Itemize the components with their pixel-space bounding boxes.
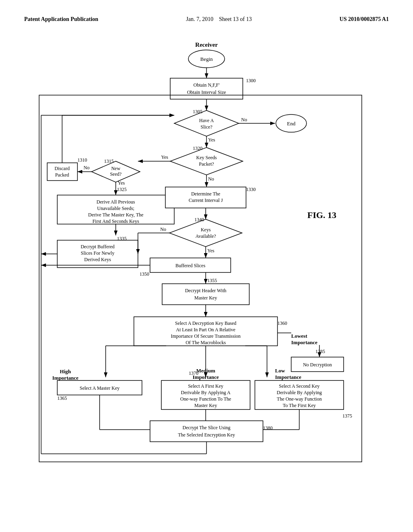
header-patent-number: US 2010/0002875 A1 [340, 16, 389, 23]
diagram-title: Receiver [195, 42, 218, 48]
header-sheet: Sheet 13 of 13 [219, 16, 252, 22]
node-1355-text1: Decrypt Header With [185, 288, 227, 293]
node-1370-text2: Derivable By Applying A [181, 390, 231, 395]
node-1315-text1: New [111, 166, 121, 171]
label-no-1340: No [160, 227, 166, 232]
fig-label: FIG. 13 [307, 210, 336, 220]
node-1325-text4: First And Seconds Keys [92, 218, 139, 224]
node-1320-text2: Packet? [199, 161, 214, 167]
node-1320-text1: Key Seeds [196, 155, 217, 160]
node-1340 [169, 219, 242, 247]
node-1385-text: No Decryption [303, 362, 332, 368]
node-1375-text1: Select A Second Key [279, 383, 320, 389]
ref-1330: 1330 [246, 187, 256, 192]
ref-1300: 1300 [246, 78, 256, 83]
node-1375-text2: Derivable By Applying [277, 390, 322, 395]
node-1340-text2: Available? [195, 233, 216, 239]
node-1370-text1: Select A First Key [188, 383, 223, 389]
node-1360-text4: Of The Macroblocks [186, 340, 226, 345]
node-1325-text3: Derive The Master Key, The [88, 212, 143, 218]
node-1300-text2: Obtain Interval Size [187, 89, 226, 95]
label-no-1315: No [83, 165, 90, 170]
node-1315-text2: Seed? [110, 171, 122, 177]
label-no-1320: No [208, 176, 214, 182]
lowest-importance-label: Lowest [291, 333, 307, 339]
ref-1375: 1375 [342, 413, 352, 419]
header-publication: Patent Application Publication [24, 16, 98, 23]
node-1300 [170, 78, 243, 99]
node-1360-text2: At Least In Part On A Relative [176, 327, 235, 332]
medium-importance-label: Medium [196, 368, 215, 374]
header-date: Jan. 7, 2010 [186, 16, 213, 22]
node-1325-text1: Derive All Previous [96, 199, 135, 205]
ref-1370: 1370 [189, 370, 198, 376]
node-1305 [174, 110, 239, 136]
page-header: Patent Application Publication Jan. 7, 2… [24, 16, 389, 23]
ref-1360: 1360 [277, 320, 287, 326]
node-1300-text1: Obtain N,F,F' [194, 82, 220, 88]
low-importance-label: Low [275, 368, 285, 374]
ref-1315: 1315 [104, 158, 114, 164]
label-yes-1340: Yes [207, 248, 215, 254]
node-1335-text3: Derived Keys [84, 257, 111, 262]
node-1375-text4: To The First Key [283, 403, 316, 408]
node-1360-text1: Select A Decryption Key Based [175, 320, 236, 326]
node-1355 [162, 284, 249, 305]
ref-1365: 1365 [57, 395, 67, 401]
header-date-sheet: Jan. 7, 2010 Sheet 13 of 13 [186, 16, 252, 23]
node-1375-text3: The One-way Function [277, 396, 321, 402]
node-1370-text3: One-way Function To The [180, 396, 231, 402]
begin-label: Begin [200, 56, 213, 62]
node-1360-text3: Importance Of Secure Transmission [171, 333, 241, 339]
node-1335-text1: Decrypt Buffered [81, 244, 115, 249]
ref-1325: 1325 [117, 187, 127, 192]
node-1380-text2: The Selected Encryption Key [178, 432, 235, 438]
node-1305-text1: Have A [199, 118, 214, 123]
node-1355-text2: Master Key [194, 295, 217, 301]
flowchart-diagram: Receiver Begin Obtain N,F,F' Obtain Inte… [24, 35, 389, 510]
low-importance-label2: Importance [275, 374, 301, 380]
node-1340-text1: Keys [201, 227, 211, 233]
node-1330-text1: Determine The [191, 191, 220, 197]
label-no-1305: No [241, 117, 247, 123]
ref-1305: 1305 [193, 109, 202, 114]
node-1305-text2: Slice? [200, 124, 212, 130]
node-1365-text: Select A Master Key [80, 385, 120, 391]
node-1350-text: Buffered Slices [175, 263, 205, 268]
ref-1350: 1350 [140, 271, 149, 277]
high-importance-label: High [60, 368, 71, 374]
node-1370-text4: Master Key [194, 403, 217, 408]
label-yes-1320: Yes [161, 154, 169, 160]
patent-page: Patent Application Publication Jan. 7, 2… [0, 0, 413, 532]
node-1330-text2: Current Interval J [189, 197, 223, 203]
node-1380-text1: Decrypt The Slice Using [183, 425, 231, 430]
lowest-importance-label2: Importance [291, 339, 317, 345]
ref-1310: 1310 [77, 157, 87, 163]
ref-1385: 1385 [315, 349, 325, 354]
ref-1355: 1355 [207, 278, 217, 283]
ref-1340: 1340 [194, 217, 204, 222]
node-1325-text2: Unavailable Seeds; [97, 206, 134, 211]
label-yes-1305: Yes [208, 137, 215, 143]
node-1310-text2: Packed [55, 172, 69, 178]
high-importance-label2: Importance [52, 375, 79, 381]
node-1310-text1: Discard [54, 166, 69, 171]
node-1335-text2: Slices For Newly [81, 250, 114, 256]
node-1380 [150, 421, 263, 442]
ref-1380: 1380 [263, 425, 273, 431]
flowchart-svg: Receiver Begin Obtain N,F,F' Obtain Inte… [24, 35, 389, 510]
label-yes-1315: Yes [118, 180, 125, 186]
end-label: End [287, 121, 296, 127]
ref-1320: 1320 [193, 145, 202, 151]
